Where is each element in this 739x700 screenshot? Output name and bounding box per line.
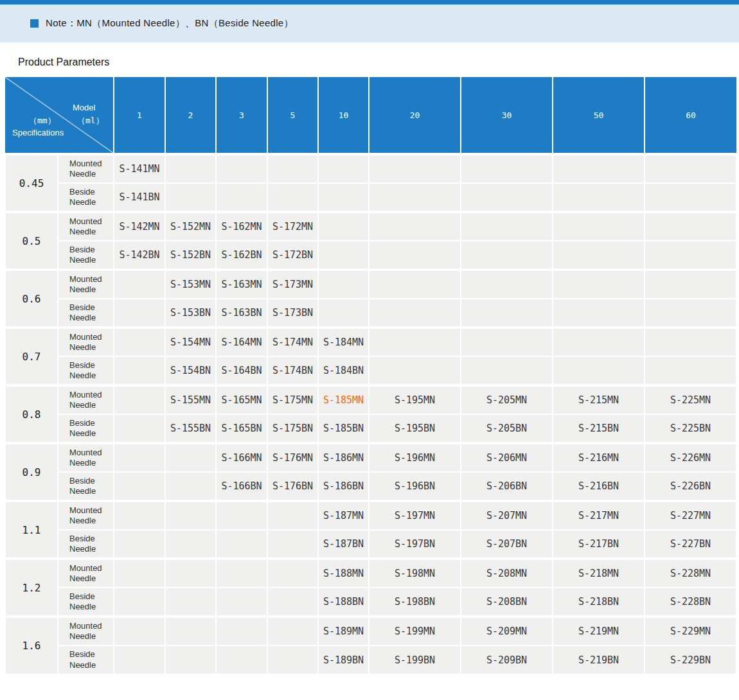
model-cell[interactable]: S-216MN bbox=[553, 443, 645, 472]
model-cell[interactable]: S-187MN bbox=[318, 501, 369, 530]
model-cell[interactable]: S-229MN bbox=[645, 617, 736, 645]
model-cell[interactable]: S-152BN bbox=[165, 241, 216, 270]
model-cell[interactable]: S-153BN bbox=[165, 299, 216, 328]
model-cell[interactable]: S-154BN bbox=[165, 356, 216, 385]
model-cell[interactable]: S-198BN bbox=[369, 588, 461, 617]
model-cell[interactable]: S-185MN bbox=[318, 385, 369, 414]
model-cell[interactable]: S-196MN bbox=[369, 443, 461, 472]
model-cell[interactable]: S-198MN bbox=[369, 559, 461, 588]
model-cell[interactable]: S-227BN bbox=[645, 530, 736, 559]
model-cell[interactable]: S-206MN bbox=[461, 443, 553, 472]
model-cell[interactable]: S-175BN bbox=[267, 414, 318, 443]
model-cell[interactable]: S-172MN bbox=[267, 212, 318, 241]
model-cell[interactable]: S-226BN bbox=[645, 472, 736, 501]
model-cell[interactable]: S-154MN bbox=[165, 328, 216, 356]
model-cell[interactable]: S-141MN bbox=[114, 154, 165, 183]
model-cell[interactable]: S-142MN bbox=[114, 212, 165, 241]
model-cell[interactable]: S-153MN bbox=[165, 270, 216, 299]
model-cell[interactable]: S-189BN bbox=[318, 645, 369, 674]
model-cell[interactable]: S-207BN bbox=[461, 530, 553, 559]
model-cell[interactable]: S-163BN bbox=[216, 299, 267, 328]
model-cell[interactable]: S-188MN bbox=[318, 559, 369, 588]
model-cell[interactable]: S-166BN bbox=[216, 472, 267, 501]
empty-cell bbox=[267, 530, 318, 559]
model-cell[interactable]: S-166MN bbox=[216, 443, 267, 472]
model-cell[interactable]: S-186MN bbox=[318, 443, 369, 472]
table-row: Beside NeedleS-188BNS-198BNS-208BNS-218B… bbox=[5, 588, 736, 617]
model-cell[interactable]: S-219BN bbox=[553, 645, 645, 674]
model-cell[interactable]: S-215MN bbox=[553, 385, 645, 414]
model-cell[interactable]: S-225BN bbox=[645, 414, 736, 443]
model-cell[interactable]: S-215BN bbox=[553, 414, 645, 443]
model-cell[interactable]: S-199MN bbox=[369, 617, 461, 645]
model-cell[interactable]: S-229BN bbox=[645, 645, 736, 674]
model-cell[interactable]: S-174BN bbox=[267, 356, 318, 385]
model-cell[interactable]: S-164MN bbox=[216, 328, 267, 356]
model-cell[interactable]: S-209MN bbox=[461, 617, 553, 645]
empty-cell bbox=[165, 559, 216, 588]
model-cell[interactable]: S-141BN bbox=[114, 183, 165, 212]
model-cell[interactable]: S-208MN bbox=[461, 559, 553, 588]
mounted-needle-label: Mounted Needle bbox=[58, 270, 114, 299]
model-cell[interactable]: S-217MN bbox=[553, 501, 645, 530]
model-cell[interactable]: S-205BN bbox=[461, 414, 553, 443]
model-cell[interactable]: S-155BN bbox=[165, 414, 216, 443]
model-cell[interactable]: S-176MN bbox=[267, 443, 318, 472]
model-cell[interactable]: S-206BN bbox=[461, 472, 553, 501]
model-cell[interactable]: S-205MN bbox=[461, 385, 553, 414]
model-cell[interactable]: S-165MN bbox=[216, 385, 267, 414]
model-cell[interactable]: S-197BN bbox=[369, 530, 461, 559]
model-cell[interactable]: S-164BN bbox=[216, 356, 267, 385]
model-cell[interactable]: S-195BN bbox=[369, 414, 461, 443]
model-cell[interactable]: S-227MN bbox=[645, 501, 736, 530]
empty-cell bbox=[318, 212, 369, 241]
model-cell[interactable]: S-165BN bbox=[216, 414, 267, 443]
model-cell[interactable]: S-226MN bbox=[645, 443, 736, 472]
model-cell[interactable]: S-208BN bbox=[461, 588, 553, 617]
model-cell[interactable]: S-216BN bbox=[553, 472, 645, 501]
empty-cell bbox=[114, 328, 165, 356]
model-cell[interactable]: S-152MN bbox=[165, 212, 216, 241]
model-cell[interactable]: S-209BN bbox=[461, 645, 553, 674]
top-accent-bar bbox=[0, 0, 739, 4]
model-cell[interactable]: S-188BN bbox=[318, 588, 369, 617]
model-cell[interactable]: S-218BN bbox=[553, 588, 645, 617]
model-cell[interactable]: S-175MN bbox=[267, 385, 318, 414]
column-header-60ml: 60 bbox=[645, 77, 736, 154]
model-cell[interactable]: S-228BN bbox=[645, 588, 736, 617]
model-cell[interactable]: S-173BN bbox=[267, 299, 318, 328]
model-cell[interactable]: S-225MN bbox=[645, 385, 736, 414]
table-row: 1.1Mounted NeedleS-187MNS-197MNS-207MNS-… bbox=[5, 501, 736, 530]
model-cell[interactable]: S-199BN bbox=[369, 645, 461, 674]
model-cell[interactable]: S-195MN bbox=[369, 385, 461, 414]
spec-cell: 1.1 bbox=[5, 501, 58, 559]
model-cell[interactable]: S-184MN bbox=[318, 328, 369, 356]
model-cell[interactable]: S-217BN bbox=[553, 530, 645, 559]
model-cell[interactable]: S-219MN bbox=[553, 617, 645, 645]
empty-cell bbox=[461, 299, 553, 328]
table-row: Beside NeedleS-141BN bbox=[5, 183, 736, 212]
model-cell[interactable]: S-142BN bbox=[114, 241, 165, 270]
model-cell[interactable]: S-172BN bbox=[267, 241, 318, 270]
model-cell[interactable]: S-196BN bbox=[369, 472, 461, 501]
model-cell[interactable]: S-155MN bbox=[165, 385, 216, 414]
empty-cell bbox=[165, 183, 216, 212]
corner-label-model: Model bbox=[73, 103, 95, 112]
empty-cell bbox=[114, 270, 165, 299]
model-cell[interactable]: S-218MN bbox=[553, 559, 645, 588]
model-cell[interactable]: S-184BN bbox=[318, 356, 369, 385]
model-cell[interactable]: S-189MN bbox=[318, 617, 369, 645]
model-cell[interactable]: S-228MN bbox=[645, 559, 736, 588]
spec-cell: 0.7 bbox=[5, 328, 58, 385]
model-cell[interactable]: S-174MN bbox=[267, 328, 318, 356]
model-cell[interactable]: S-197MN bbox=[369, 501, 461, 530]
model-cell[interactable]: S-185BN bbox=[318, 414, 369, 443]
model-cell[interactable]: S-207MN bbox=[461, 501, 553, 530]
model-cell[interactable]: S-176BN bbox=[267, 472, 318, 501]
model-cell[interactable]: S-162MN bbox=[216, 212, 267, 241]
model-cell[interactable]: S-163MN bbox=[216, 270, 267, 299]
model-cell[interactable]: S-173MN bbox=[267, 270, 318, 299]
model-cell[interactable]: S-187BN bbox=[318, 530, 369, 559]
model-cell[interactable]: S-186BN bbox=[318, 472, 369, 501]
model-cell[interactable]: S-162BN bbox=[216, 241, 267, 270]
